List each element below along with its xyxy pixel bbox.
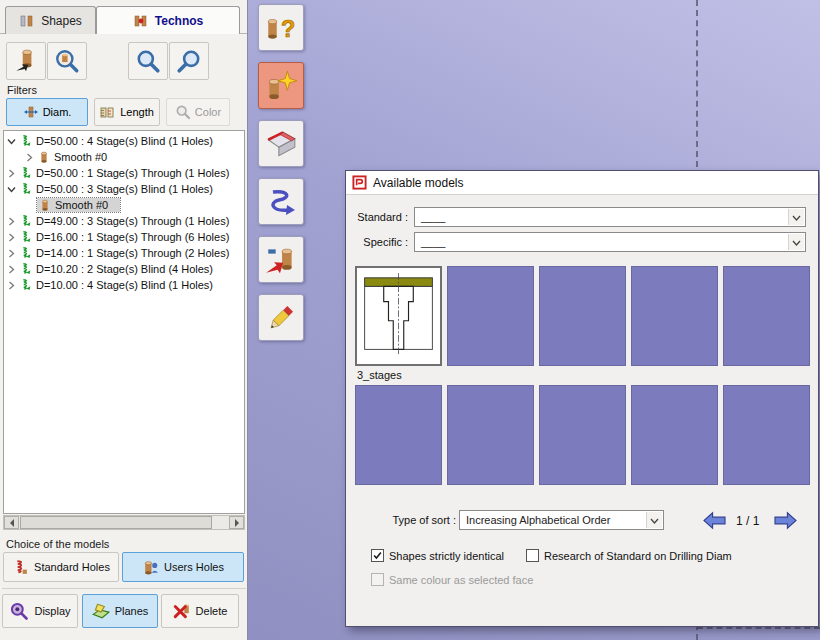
tool-apply-hole-button[interactable]: [258, 236, 304, 283]
planes-button[interactable]: Planes: [82, 594, 158, 628]
model-slot-empty: [355, 385, 442, 485]
tab-technos[interactable]: Technos: [96, 6, 240, 34]
shapes-strictly-identical-checkbox[interactable]: Shapes strictly identical: [371, 549, 504, 562]
chevron-right-icon[interactable]: [7, 169, 16, 178]
users-holes-label: Users Holes: [164, 561, 224, 573]
face-icon: [264, 127, 298, 161]
shapes-strictly-identical-label: Shapes strictly identical: [389, 550, 504, 562]
tree-item[interactable]: D=10.00 : 4 Stage(s) Blind (1 Holes): [4, 277, 244, 293]
pencil-icon: [265, 302, 297, 334]
available-models-icon: [352, 175, 367, 190]
scroll-left-button[interactable]: [4, 516, 19, 529]
display-icon: [9, 601, 29, 621]
model-slot-empty: [631, 266, 718, 366]
chevron-right-icon[interactable]: [7, 265, 16, 274]
standard-dropdown[interactable]: ____: [414, 207, 806, 227]
tool-create-hole-button[interactable]: [258, 62, 304, 109]
delete-button[interactable]: Delete: [161, 594, 239, 628]
magnifier-icon: [135, 48, 161, 74]
tree-item-label: Smooth #0: [55, 199, 108, 211]
color-magnifier-icon: [175, 104, 191, 120]
users-holes-button[interactable]: Users Holes: [122, 552, 244, 582]
tool-analyze-holes-button[interactable]: [258, 4, 304, 51]
technos-icon: [133, 13, 149, 29]
export-hole-button[interactable]: [6, 42, 46, 80]
filter-length-button[interactable]: Length: [94, 98, 160, 126]
ruler-icon: [100, 104, 116, 120]
model-slot-empty: [447, 385, 534, 485]
model-slot-empty: [631, 385, 718, 485]
tool-transfer-button[interactable]: [258, 178, 304, 225]
hole-coil-icon: [19, 278, 33, 292]
hole-coil-icon: [19, 166, 33, 180]
tree-item-selected[interactable]: Smooth #0: [4, 197, 244, 213]
tree-horizontal-scrollbar[interactable]: [3, 515, 245, 530]
hole-coil-icon: [19, 214, 33, 228]
previous-page-button[interactable]: [701, 510, 728, 531]
tree-item[interactable]: D=49.00 : 3 Stage(s) Through (1 Holes): [4, 213, 244, 229]
standard-dropdown-value: ____: [421, 211, 445, 223]
page-indicator: 1 / 1: [736, 514, 759, 528]
filter-length-label: Length: [120, 106, 154, 118]
tool-edit-button[interactable]: [258, 294, 304, 341]
chevron-down-icon[interactable]: [7, 137, 16, 146]
caliper-icon: [23, 104, 39, 120]
sort-dropdown[interactable]: Increasing Alphabetical Order: [459, 510, 664, 530]
delete-icon: [173, 602, 191, 620]
chevron-down-icon: [646, 512, 662, 528]
scroll-right-button[interactable]: [229, 516, 244, 529]
dialog-title-bar[interactable]: Available models: [346, 171, 818, 195]
research-standard-drilling-checkbox[interactable]: Research of Standard on Drilling Diam: [526, 549, 732, 562]
model-slot-empty: [723, 266, 810, 366]
chevron-right-icon[interactable]: [25, 153, 34, 162]
holes-tree: D=50.00 : 4 Stage(s) Blind (1 Holes) Smo…: [3, 130, 245, 514]
chevron-right-icon[interactable]: [7, 249, 16, 258]
specific-dropdown[interactable]: ____: [414, 232, 806, 252]
tree-item-label: D=50.00 : 3 Stage(s) Blind (1 Holes): [36, 183, 213, 195]
chevron-down-icon[interactable]: [7, 185, 16, 194]
checkbox-unchecked[interactable]: [526, 549, 539, 562]
zoom-in-button[interactable]: [128, 42, 168, 80]
zoom-out-button[interactable]: [169, 42, 209, 80]
hole-coil-icon: [19, 230, 33, 244]
display-label: Display: [34, 605, 70, 617]
hole-coil-icon: [19, 134, 33, 148]
model-thumbnail-label: 3_stages: [357, 369, 402, 381]
tab-technos-label: Technos: [155, 14, 203, 28]
tab-shapes[interactable]: Shapes: [5, 6, 96, 34]
search-hole-button[interactable]: [47, 42, 87, 80]
tree-item-label: D=49.00 : 3 Stage(s) Through (1 Holes): [36, 215, 229, 227]
chevron-right-icon[interactable]: [7, 217, 16, 226]
same-colour-checkbox: Same colour as selected face: [371, 573, 533, 586]
hole-coil-icon: [19, 262, 33, 276]
tree-item[interactable]: Smooth #0: [4, 149, 244, 165]
tree-item[interactable]: D=50.00 : 1 Stage(s) Through (1 Holes): [4, 165, 244, 181]
specific-dropdown-value: ____: [421, 236, 445, 248]
checkbox-checked[interactable]: [371, 549, 384, 562]
cylinder-question-icon: [264, 11, 298, 45]
shapes-icon: [19, 13, 35, 29]
next-page-button[interactable]: [772, 510, 799, 531]
tree-item[interactable]: D=50.00 : 4 Stage(s) Blind (1 Holes): [4, 133, 244, 149]
display-button[interactable]: Display: [2, 594, 78, 628]
filter-diameter-button[interactable]: Diam.: [6, 98, 88, 126]
choice-of-models-label: Choice of the models: [6, 538, 109, 550]
chevron-right-icon[interactable]: [7, 281, 16, 290]
checkbox-disabled: [371, 573, 384, 586]
tree-item-label: D=10.20 : 2 Stage(s) Blind (4 Holes): [36, 263, 213, 275]
chevron-down-icon: [788, 234, 804, 250]
planes-icon: [92, 602, 110, 620]
scrollbar-thumb[interactable]: [20, 516, 212, 529]
tree-item[interactable]: D=14.00 : 1 Stage(s) Through (2 Holes): [4, 245, 244, 261]
magnifier-cylinder-icon: [54, 48, 80, 74]
chevron-right-icon[interactable]: [7, 233, 16, 242]
tree-item[interactable]: D=50.00 : 3 Stage(s) Blind (1 Holes): [4, 181, 244, 197]
model-thumbnail-3-stages[interactable]: [355, 266, 442, 366]
tree-item-label: Smooth #0: [54, 151, 107, 163]
standard-holes-button[interactable]: Standard Holes: [3, 552, 119, 582]
tool-select-face-button[interactable]: [258, 120, 304, 167]
tree-item[interactable]: D=10.20 : 2 Stage(s) Blind (4 Holes): [4, 261, 244, 277]
tree-item[interactable]: D=16.00 : 1 Stage(s) Through (6 Holes): [4, 229, 244, 245]
research-standard-drilling-label: Research of Standard on Drilling Diam: [544, 550, 732, 562]
users-holes-icon: [142, 559, 159, 576]
